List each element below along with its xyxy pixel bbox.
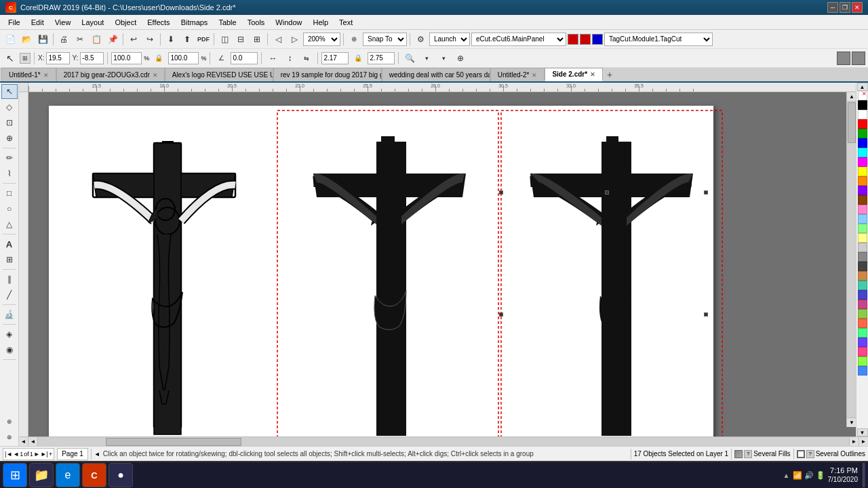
snap-select[interactable]: Snap To [363,33,407,46]
launch-select[interactable]: Launch [429,33,470,46]
vscrollbar[interactable]: ▲ ▼ [846,92,856,427]
tab-close-untitled2[interactable]: ✕ [532,72,537,79]
zoom-select[interactable]: 200%100%75%50% [303,33,340,46]
paste-button[interactable]: 📌 [105,32,120,47]
print-button[interactable]: 🖨 [56,32,71,47]
menu-bitmaps[interactable]: Bitmaps [176,15,214,29]
mirror-v-btn[interactable]: ↕ [282,51,297,66]
menu-object[interactable]: Object [109,15,142,29]
swatch-yellow[interactable] [858,167,867,176]
tab-close-side2[interactable]: ✕ [590,71,595,78]
poly-tool-btn[interactable]: △ [1,217,18,232]
select-mode-btn[interactable]: ↖ [3,51,18,66]
crop-tool-btn[interactable]: ⊡ [1,115,18,130]
menu-effects[interactable]: Effects [142,15,175,29]
field2-input[interactable] [368,52,395,64]
menu-text[interactable]: Text [334,15,358,29]
tab-untitled1[interactable]: Untitled-1* ✕ [1,68,56,81]
swatch-mint[interactable] [858,328,867,338]
eyedrop-tool-btn[interactable]: 🔬 [1,307,18,322]
more-btn3[interactable]: ⊕ [453,51,468,66]
canvas-container[interactable]: 15.518.020.523.025.528.030.533.035.5 [19,83,856,436]
line-tool-btn[interactable]: ╱ [1,287,18,302]
more-btn1[interactable]: ▾ [419,51,434,66]
swatch-indigo[interactable] [858,290,867,300]
hscroll-track[interactable] [38,437,849,447]
restore-button[interactable]: ❐ [840,2,850,13]
ellipse-tool-btn[interactable]: ○ [1,201,18,216]
hscroll-expand[interactable]: ◄ [28,437,38,447]
swatch-orange[interactable] [858,176,867,186]
tab-alexlogo[interactable]: Alex's logo REVISED USE USE USEDougX3.cd… [165,68,273,81]
height-input[interactable] [168,52,199,64]
swatch-lt-yellow[interactable] [858,233,867,243]
zoom-out-btn[interactable]: 🔍 [402,51,417,66]
menu-layout[interactable]: Layout [76,15,109,29]
grid-btn[interactable]: ⊞ [250,32,264,47]
lock-ratio-btn[interactable]: 🔒 [151,51,166,66]
swatch-lt-blue[interactable] [858,214,867,224]
swatch-violet[interactable] [858,338,867,347]
shape-tool-btn[interactable]: ◇ [1,100,18,115]
page-first-btn[interactable]: |◄ [5,451,12,458]
hscroll-right2[interactable]: ► [849,437,859,447]
taskbar-time[interactable]: 7:16 PM 7/10/2020 [828,466,859,483]
menu-window[interactable]: Window [270,15,307,29]
swatch-periwinkle[interactable] [858,366,867,375]
more-btn2[interactable]: ▾ [436,51,451,66]
swatch-lime[interactable] [858,309,867,319]
swatch-blue[interactable] [858,138,867,148]
zoom-next-btn[interactable]: ▷ [287,32,302,47]
tab-rev19[interactable]: rev 19 sample for doug 2017 big gear-2.c… [273,68,382,81]
vscroll-up[interactable]: ▲ [847,92,856,102]
new-button[interactable]: 📄 [3,32,18,47]
swatch-hotpink[interactable] [858,347,867,357]
taskbar-explorer[interactable]: 📁 [29,463,54,487]
swatch-gray-lt[interactable] [858,243,867,252]
import-button[interactable]: ⬇ [163,32,178,47]
swatch-red[interactable] [858,119,867,129]
minimize-button[interactable]: ─ [827,2,838,13]
select-tool-btn[interactable]: ↖ [1,84,18,99]
fill-tool-btn[interactable]: ◈ [1,327,18,342]
hscroll-left[interactable]: ◄ [19,437,28,447]
swatch-gray-dk[interactable] [858,262,867,271]
taskbar-chrome[interactable]: ● [108,463,133,487]
palette-scroll-down[interactable]: ▼ [857,428,868,436]
page-prev-btn[interactable]: ◄ [13,451,19,458]
zoom-tool-btn[interactable]: ⊕ [1,131,18,146]
color-box3-btn[interactable] [592,34,603,45]
swatch-rose[interactable] [858,300,867,309]
taskbar-coreldraw[interactable]: C [82,463,106,487]
swatch-teal[interactable] [858,281,867,290]
swatch-black[interactable] [858,100,867,110]
hscrollbar[interactable]: ◄ ◄ ► ► [19,436,868,446]
hscroll-thumb[interactable] [106,438,241,446]
color-box-btn[interactable] [568,34,578,45]
smart-fill-btn[interactable]: ◉ [1,342,18,357]
y-input[interactable] [80,52,104,64]
table-tool-btn[interactable]: ⊞ [1,252,18,267]
swatch-pink[interactable] [858,205,867,214]
tab-close-2017gear[interactable]: ✕ [153,72,158,79]
tray-up-arrow[interactable]: ▲ [783,472,790,479]
tab-2017gear[interactable]: 2017 big gear-2DOUGx3.cdr ✕ [56,68,165,81]
swatch-white[interactable] [858,110,867,119]
cut-button[interactable]: ✂ [73,32,87,47]
swatch-lt-green[interactable] [858,224,867,233]
taskbar-edge[interactable]: e [56,463,80,487]
swatch-purple[interactable] [858,186,867,195]
x-input[interactable] [46,52,70,64]
tab-close-untitled1[interactable]: ✕ [43,72,49,79]
tab-wedding[interactable]: wedding deal with car 50 years dale.cdr … [382,68,490,81]
menu-help[interactable]: Help [307,15,334,29]
outline-color-swatch[interactable] [852,52,865,65]
export-button[interactable]: ⬆ [180,32,195,47]
swatch-green[interactable] [858,129,867,138]
close-button[interactable]: ✕ [852,2,863,13]
swatch-gray-md[interactable] [858,252,867,262]
redo-button[interactable]: ↪ [142,32,157,47]
smart-tool-btn[interactable]: ⌇ [1,166,18,181]
start-button[interactable]: ⊞ [3,463,27,487]
field1-input[interactable] [321,52,349,64]
